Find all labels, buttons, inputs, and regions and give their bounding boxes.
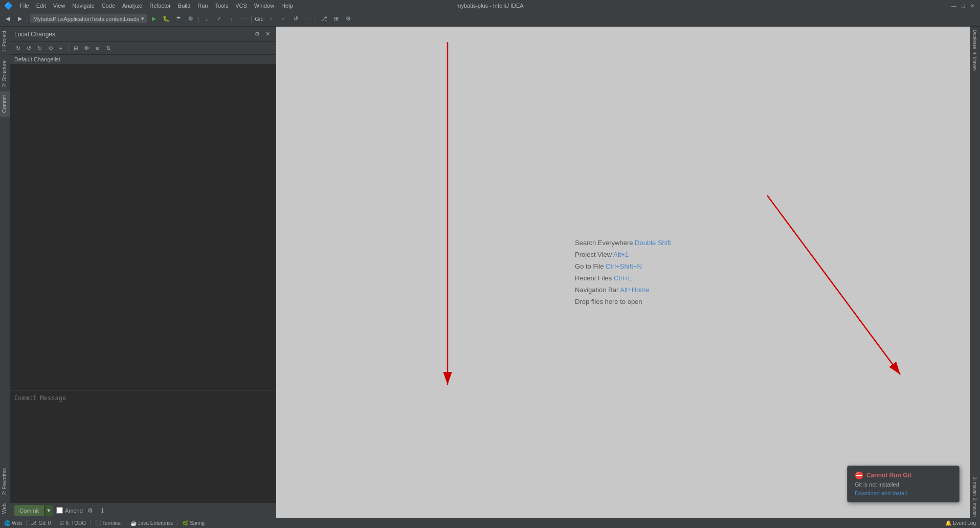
debug-button[interactable]: 🐛 — [161, 13, 172, 25]
refresh-button[interactable]: ↻ — [13, 43, 23, 53]
amend-checkbox[interactable] — [56, 507, 63, 514]
panel-title: Local Changes — [14, 31, 253, 38]
undo-button[interactable]: ↺ — [24, 43, 33, 53]
git-rollback-button[interactable]: ↺ — [290, 13, 301, 25]
menu-vcs[interactable]: VCS — [232, 2, 250, 10]
status-terminal[interactable]: ⬛ Terminal — [95, 520, 122, 526]
amend-checkbox-label[interactable]: Amend — [56, 507, 83, 514]
status-java-enterprise[interactable]: ☕ Java Enterprise — [130, 520, 173, 526]
more-run-button[interactable]: ⚙ — [185, 13, 196, 25]
expand-button[interactable]: ⇅ — [103, 43, 113, 53]
commit-info-button[interactable]: ℹ — [98, 506, 107, 515]
popup-title: ⛔ Cannot Run Git — [855, 471, 952, 479]
app-icon: 🔷 — [4, 2, 13, 10]
status-git-label: Git: 0 — [38, 520, 51, 526]
toolbar-separator-2 — [198, 15, 199, 23]
run-config-label: MybatisPlusApplicationTests.contextLoads — [33, 16, 139, 22]
hint-key-4: Ctrl+E — [614, 274, 632, 282]
minimize-button[interactable]: — — [950, 2, 957, 9]
git-more-button[interactable]: ⋯ — [302, 13, 314, 25]
tab-3-maven[interactable]: 3: maven — [971, 476, 978, 497]
menu-tools[interactable]: Tools — [212, 2, 231, 10]
menu-refactor[interactable]: Refactor — [146, 2, 174, 10]
rollback-button[interactable]: ⟲ — [46, 43, 55, 53]
toolbar-separator-4 — [316, 15, 316, 23]
menu-view[interactable]: View — [50, 2, 69, 10]
settings-toolbar-button[interactable]: ⚙ — [343, 13, 354, 25]
status-bar: 🌐 Web ⎇ Git: 0 ☑ 6: TODO ⬛ Terminal ☕ Ja… — [0, 518, 980, 528]
git-label: Git: — [255, 16, 263, 22]
coverage-button[interactable]: ☂ — [173, 13, 184, 25]
cannot-run-git-popup: ⛔ Cannot Run Git Git is not installed Do… — [847, 466, 960, 502]
run-config-dropdown[interactable]: MybatisPlusApplicationTests.contextLoads… — [30, 14, 147, 23]
right-sidebar: Database 4: Maven 3: maven 2: maven — [970, 27, 980, 518]
maximize-button[interactable]: □ — [960, 2, 967, 9]
status-spring[interactable]: 🌿 Spring — [182, 520, 205, 526]
tab-favorites[interactable]: 2: Favorites — [0, 464, 10, 499]
hint-key-3: Ctrl+Shift+N — [606, 262, 642, 270]
status-todo-label: 6: TODO — [65, 520, 86, 526]
vcs-branch-button[interactable]: ⎇ — [318, 13, 329, 25]
tab-2-maven[interactable]: 2: maven — [971, 497, 978, 518]
forward-button[interactable]: ▶ — [14, 13, 26, 25]
group-by-button[interactable]: ⊞ — [71, 43, 80, 53]
changelist-header[interactable]: Default Changelist — [10, 55, 276, 64]
menu-file[interactable]: File — [17, 2, 32, 10]
status-web[interactable]: 🌐 Web — [4, 520, 22, 526]
menu-help[interactable]: Help — [278, 2, 296, 10]
hint-label-2: Project View — [575, 251, 613, 258]
commit-settings-button[interactable]: ⚙ — [86, 506, 95, 515]
filter-button[interactable]: ≡ — [93, 43, 102, 53]
tab-project[interactable]: 1: Project — [0, 27, 10, 56]
status-terminal-label: Terminal — [102, 520, 122, 526]
close-button[interactable]: ✕ — [969, 2, 976, 9]
tab-database[interactable]: Database — [971, 29, 978, 51]
tab-web[interactable]: Web — [0, 499, 10, 518]
panel-close-button[interactable]: ✕ — [263, 30, 272, 39]
commit-dropdown-button[interactable]: ▾ — [44, 505, 53, 516]
commit-button[interactable]: Commit — [14, 506, 44, 515]
hint-key-1: Double Shift — [635, 239, 671, 247]
status-git[interactable]: ⎇ Git: 0 — [31, 520, 51, 526]
status-java-label: Java Enterprise — [138, 520, 173, 526]
tab-commit[interactable]: Commit — [0, 91, 10, 117]
menu-build[interactable]: Build — [175, 2, 193, 10]
spring-icon: 🌿 — [182, 520, 188, 526]
tab-4-maven[interactable]: 4: Maven — [971, 51, 978, 72]
status-web-label: Web — [12, 520, 22, 526]
hint-label-5: Navigation Bar — [575, 286, 620, 294]
panel-toolbar: ↻ ↺ ↻ ⟲ + ⊞ 👁 ≡ ⇅ — [10, 42, 276, 55]
commit-toolbar-button[interactable]: ✓ — [213, 13, 225, 25]
add-button[interactable]: + — [56, 43, 65, 53]
layout-button[interactable]: ⊞ — [330, 13, 342, 25]
java-icon: ☕ — [130, 520, 137, 526]
commit-message-input[interactable] — [10, 390, 276, 502]
panel-header: Local Changes ⚙ ✕ — [10, 27, 276, 42]
tab-structure[interactable]: 2: Structure — [0, 56, 10, 91]
update-project-button[interactable]: ↓ — [201, 13, 212, 25]
menu-analyze[interactable]: Analyze — [119, 2, 145, 10]
app-title: mybatis-plus - IntelliJ IDEA — [456, 3, 523, 9]
menu-run[interactable]: Run — [194, 2, 211, 10]
panel-settings-button[interactable]: ⚙ — [253, 30, 262, 39]
more-vcs-button[interactable]: ⋯ — [238, 13, 249, 25]
git-check-button[interactable]: ✓ — [265, 13, 277, 25]
menu-window[interactable]: Window — [251, 2, 277, 10]
toolbar-separator-3 — [251, 15, 252, 23]
push-button[interactable]: ↑ — [226, 13, 237, 25]
commit-message-area[interactable] — [10, 390, 276, 502]
back-button[interactable]: ◀ — [2, 13, 13, 25]
redo-button[interactable]: ↻ — [35, 43, 44, 53]
menu-code[interactable]: Code — [99, 2, 118, 10]
menu-edit[interactable]: Edit — [33, 2, 49, 10]
status-event-log[interactable]: 🔔 Event Log — [945, 520, 976, 526]
main-layout: 1: Project 2: Structure Commit 2: Favori… — [0, 27, 980, 518]
view-options-button[interactable]: 👁 — [82, 43, 91, 53]
panel-actions: ⚙ ✕ — [253, 30, 272, 39]
hint-label-4: Recent Files — [575, 274, 614, 282]
menu-navigate[interactable]: Navigate — [69, 2, 97, 10]
run-button[interactable]: ▶ — [148, 13, 160, 25]
status-todo[interactable]: ☑ 6: TODO — [59, 520, 86, 526]
download-install-link[interactable]: Download and Install — [855, 490, 907, 496]
git-ok-button[interactable]: ✓ — [278, 13, 289, 25]
